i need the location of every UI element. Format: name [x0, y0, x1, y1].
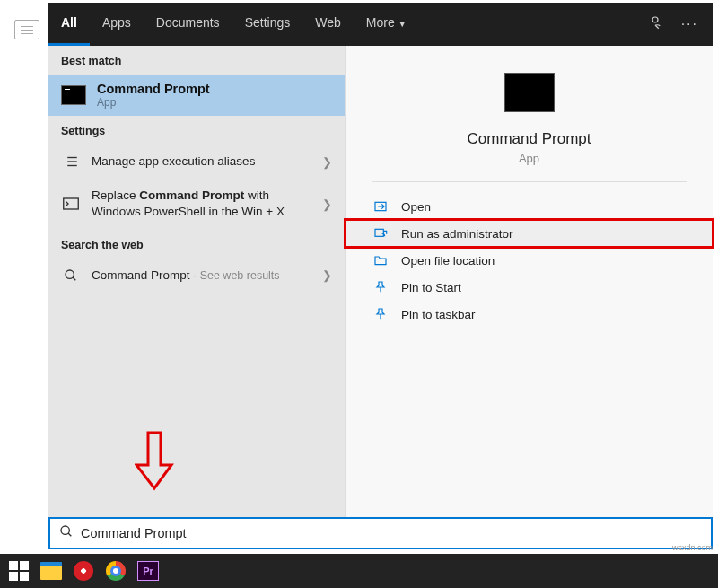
action-label: Run as administrator — [401, 227, 513, 241]
setting-text: Replace Command Prompt with Windows Powe… — [92, 188, 311, 220]
action-label: Open file location — [401, 254, 495, 268]
feedback-icon[interactable] — [647, 14, 663, 34]
taskbar-opera[interactable] — [72, 559, 95, 583]
svg-point-0 — [652, 17, 658, 22]
watermark: wsxdn.com — [672, 543, 713, 552]
chevron-right-icon: ❯ — [322, 268, 332, 282]
annotation-arrow-icon — [135, 429, 174, 492]
tab-documents[interactable]: Documents — [144, 3, 232, 46]
chevron-right-icon: ❯ — [322, 155, 332, 169]
preview-pane: Command Prompt App Open Run as administr… — [345, 46, 713, 517]
chevron-right-icon: ❯ — [322, 197, 332, 211]
action-run-as-admin[interactable]: Run as administrator — [346, 220, 713, 247]
open-icon — [372, 199, 389, 214]
settings-section-label: Settings — [48, 116, 345, 145]
tab-settings[interactable]: Settings — [232, 3, 303, 46]
action-pin-start[interactable]: Pin to Start — [346, 274, 713, 301]
action-label: Pin to taskbar — [401, 308, 476, 321]
tab-web[interactable]: Web — [302, 3, 354, 46]
search-bar[interactable] — [48, 517, 713, 549]
best-match-title: Command Prompt — [97, 82, 210, 96]
app-thumbnail-icon — [504, 73, 555, 112]
taskbar-premiere[interactable]: Pr — [136, 559, 160, 583]
svg-point-12 — [61, 526, 69, 534]
taskbar-chrome[interactable] — [104, 559, 127, 583]
action-pin-taskbar[interactable]: Pin to taskbar — [346, 301, 713, 328]
more-options-icon[interactable]: ··· — [681, 16, 698, 32]
svg-line-13 — [68, 533, 71, 536]
svg-line-9 — [73, 277, 75, 280]
cmd-icon — [61, 85, 86, 105]
preview-title: Command Prompt — [468, 130, 591, 148]
chrome-icon — [106, 561, 126, 581]
action-label: Open — [401, 200, 431, 214]
opera-icon — [74, 561, 93, 581]
best-match-label: Best match — [48, 46, 345, 75]
action-open[interactable]: Open — [346, 193, 713, 220]
best-match-subtitle: App — [97, 96, 210, 109]
action-open-location[interactable]: Open file location — [346, 247, 713, 274]
action-label: Pin to Start — [401, 281, 461, 294]
setting-manage-aliases[interactable]: Manage app execution aliases ❯ — [48, 145, 345, 179]
tab-all[interactable]: All — [48, 3, 90, 46]
tab-apps[interactable]: Apps — [90, 3, 144, 46]
chevron-down-icon: ▼ — [398, 20, 407, 29]
pin-icon — [372, 280, 389, 294]
svg-rect-7 — [64, 198, 79, 209]
start-button[interactable] — [7, 559, 31, 583]
search-icon — [61, 268, 81, 283]
best-match-result[interactable]: Command Prompt App — [48, 75, 345, 116]
file-explorer-icon — [40, 562, 62, 580]
windows-logo-icon — [9, 561, 29, 581]
setting-replace-cmd[interactable]: Replace Command Prompt with Windows Powe… — [48, 179, 345, 229]
sidebar-toggle-icon[interactable] — [14, 20, 39, 39]
web-section-label: Search the web — [48, 230, 345, 259]
web-result-item[interactable]: Command Prompt - See web results ❯ — [48, 259, 345, 293]
folder-icon — [372, 253, 389, 268]
pin-icon — [372, 307, 389, 321]
results-left-column: Best match Command Prompt App Settings M… — [48, 46, 345, 517]
search-input[interactable] — [81, 526, 702, 540]
list-icon — [61, 154, 81, 170]
taskbar: Pr — [0, 554, 718, 588]
search-filter-tabbar: All Apps Documents Settings Web More▼ ··… — [48, 3, 713, 46]
premiere-icon: Pr — [137, 561, 159, 581]
shield-icon — [372, 226, 389, 241]
setting-text: Manage app execution aliases — [92, 154, 311, 170]
svg-point-8 — [66, 270, 74, 278]
taskbar-file-explorer[interactable] — [39, 559, 63, 583]
tab-more[interactable]: More▼ — [354, 3, 419, 46]
search-icon — [59, 524, 74, 542]
action-list: Open Run as administrator Open file loca… — [346, 182, 713, 338]
svg-rect-11 — [375, 229, 383, 236]
preview-subtitle: App — [519, 152, 539, 165]
terminal-icon — [61, 197, 81, 210]
web-result-text: Command Prompt - See web results — [92, 268, 311, 284]
